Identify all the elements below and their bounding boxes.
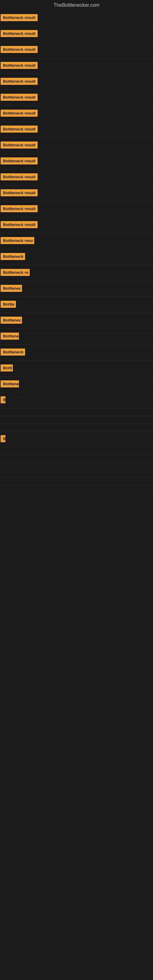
bottleneck-result-bar[interactable]: Bottle — [1, 301, 16, 308]
list-item: Bottleneck result — [0, 122, 153, 138]
list-item: Bottleneck result — [0, 58, 153, 74]
list-item: B — [0, 393, 153, 409]
list-item: Bottleneck result — [0, 74, 153, 90]
bottleneck-result-bar[interactable]: Bottleneck result — [1, 142, 38, 148]
bottleneck-result-bar[interactable]: B — [1, 396, 5, 403]
list-item — [0, 416, 153, 424]
bottleneck-result-bar[interactable]: Bottleneck re — [1, 269, 30, 276]
list-item — [0, 478, 153, 486]
bottleneck-result-bar[interactable]: Bottleneck result — [1, 158, 38, 164]
bottleneck-result-bar[interactable]: Bottlenec — [1, 285, 22, 292]
list-item — [0, 447, 153, 455]
list-item: Bottleneck result — [0, 10, 153, 26]
bottleneck-result-bar[interactable]: Bottleneck result — [1, 30, 38, 37]
list-item: Bottleneck result — [0, 218, 153, 233]
list-item: Bottlenec — [0, 313, 153, 329]
bottleneck-result-bar[interactable]: Bottl — [1, 364, 13, 371]
bottleneck-result-bar[interactable]: Bottleneck result — [1, 205, 38, 212]
list-item: Bottleneck resu — [0, 233, 153, 249]
bottleneck-result-bar[interactable]: Bottleneck result — [1, 110, 38, 117]
bottleneck-result-bar[interactable]: Bottleneck resu — [1, 237, 34, 244]
bottleneck-result-bar[interactable]: Bottleneck result — [1, 221, 38, 228]
list-item: Bottleneck result — [0, 138, 153, 154]
bottleneck-result-bar[interactable]: Bottlene — [1, 332, 19, 340]
list-item: Bottleneck result — [0, 26, 153, 42]
list-item: Bottlene — [0, 377, 153, 393]
bottleneck-result-bar[interactable]: Bottleneck result — [1, 189, 38, 196]
list-item: Bottleneck — [0, 249, 153, 265]
bottleneck-result-bar[interactable]: Bottleneck — [1, 348, 25, 356]
list-item — [0, 455, 153, 463]
list-item — [0, 470, 153, 478]
bottleneck-result-bar[interactable]: Bottleneck result — [1, 173, 38, 180]
bottleneck-result-bar[interactable]: Bottleneck result — [1, 78, 38, 85]
list-item: Bottleneck result — [0, 42, 153, 58]
list-item: Bottleneck result — [0, 154, 153, 170]
list-item: Bottle — [0, 297, 153, 313]
list-item: Bottleneck re — [0, 265, 153, 281]
list-item: Bottlene — [0, 329, 153, 345]
bottleneck-result-bar[interactable]: Bottleneck result — [1, 14, 38, 21]
list-item — [0, 463, 153, 470]
list-item — [0, 424, 153, 431]
list-item: Bottl — [0, 361, 153, 377]
list-item: Bottleneck result — [0, 202, 153, 218]
list-item: Bottleneck result — [0, 170, 153, 186]
list-item — [0, 409, 153, 416]
bottleneck-result-bar[interactable]: Bottleneck result — [1, 94, 38, 101]
bottleneck-result-bar[interactable]: Bottleneck result — [1, 62, 38, 69]
bottleneck-result-bar[interactable]: Bottlenec — [1, 317, 22, 324]
bottleneck-result-bar[interactable]: Bottlene — [1, 380, 19, 387]
list-item: Bottleneck result — [0, 106, 153, 122]
list-item: B — [0, 431, 153, 447]
bottleneck-result-bar[interactable]: B — [1, 435, 5, 442]
list-item — [0, 486, 153, 493]
list-item: Bottleneck — [0, 345, 153, 361]
site-title: TheBottlenecker.com — [0, 0, 153, 10]
bottleneck-result-bar[interactable]: Bottleneck result — [1, 46, 38, 53]
bottleneck-result-bar[interactable]: Bottleneck — [1, 253, 25, 260]
bottleneck-result-bar[interactable]: Bottleneck result — [1, 126, 38, 133]
list-item: Bottlenec — [0, 281, 153, 297]
list-item: Bottleneck result — [0, 90, 153, 106]
list-item: Bottleneck result — [0, 186, 153, 202]
